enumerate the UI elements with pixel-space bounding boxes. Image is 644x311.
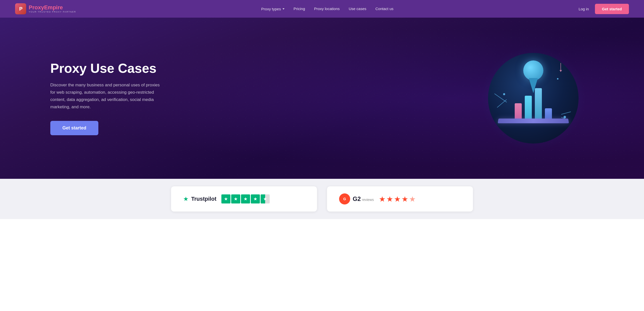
logo[interactable]: P ProxyEmpire YOUR TRUSTED PROXY PARTNER (15, 3, 76, 14)
star-4: ★ (251, 194, 260, 203)
trustpilot-stars: ★ ★ ★ ★ ★ (221, 194, 270, 203)
dot-2 (557, 78, 558, 80)
nav-links: Proxy types Pricing Proxy locations Use … (261, 7, 393, 11)
dot-3 (564, 116, 566, 118)
hero-description: Discover the many business and personal … (50, 82, 161, 111)
brand-tagline: YOUR TRUSTED PROXY PARTNER (29, 11, 76, 13)
star-3: ★ (241, 194, 250, 203)
g2-logo-icon: G (339, 193, 350, 204)
trustpilot-name: Trustpilot (191, 196, 216, 202)
g2-star-3: ★ (394, 195, 401, 203)
logo-icon: P (15, 3, 26, 14)
nav-proxy-types[interactable]: Proxy types (261, 7, 284, 11)
star-1: ★ (221, 194, 230, 203)
pin-head (523, 60, 543, 81)
light-line-3 (561, 112, 571, 115)
bar-3 (535, 88, 542, 121)
hero-illustration (473, 38, 594, 159)
trustpilot-card: ★ Trustpilot ★ ★ ★ ★ ★ (171, 186, 317, 212)
g2-logo-area: G G2 reviews (339, 193, 374, 204)
light-line-1 (497, 99, 507, 108)
g2-star-4: ★ (401, 195, 408, 203)
dot-1 (503, 93, 505, 95)
g2-stars: ★ ★ ★ ★ ★ (379, 195, 416, 203)
trustpilot-logo: ★ Trustpilot (183, 195, 216, 202)
brand-name: ProxyEmpire (29, 5, 76, 11)
g2-reviews-label: reviews (362, 198, 374, 202)
star-2: ★ (231, 194, 240, 203)
light-line-4 (494, 93, 507, 102)
g2-label: G2 reviews (353, 195, 374, 202)
platform (498, 119, 569, 123)
arrow-head (559, 70, 562, 72)
g2-star-1: ★ (379, 195, 386, 203)
g2-star-5-half: ★ (409, 195, 416, 203)
nav-right: Log in Get started (579, 4, 629, 14)
navbar: P ProxyEmpire YOUR TRUSTED PROXY PARTNER… (0, 0, 644, 18)
get-started-button-hero[interactable]: Get started (50, 121, 98, 135)
nav-proxy-locations[interactable]: Proxy locations (314, 7, 340, 11)
g2-name: G2 (353, 195, 361, 202)
bar-2 (525, 96, 532, 121)
bar-group (515, 88, 552, 121)
hero-title: Proxy Use Cases (50, 61, 161, 76)
illustration-container (473, 38, 594, 159)
logo-text: ProxyEmpire YOUR TRUSTED PROXY PARTNER (29, 5, 76, 13)
nav-contact-us[interactable]: Contact us (375, 7, 393, 11)
arrow-line (560, 63, 561, 71)
g2-star-2: ★ (386, 195, 393, 203)
chevron-down-icon (283, 8, 285, 10)
nav-pricing[interactable]: Pricing (294, 7, 305, 11)
g2-card: G G2 reviews ★ ★ ★ ★ ★ (327, 186, 473, 212)
bar-1 (515, 103, 522, 121)
trustpilot-star-icon: ★ (183, 195, 189, 202)
hero-section: Proxy Use Cases Discover the many busine… (0, 18, 644, 179)
get-started-button-nav[interactable]: Get started (595, 4, 629, 14)
reviews-section: ★ Trustpilot ★ ★ ★ ★ ★ G G2 reviews ★ ★ … (0, 179, 644, 219)
star-5-half: ★ (261, 194, 270, 203)
login-link[interactable]: Log in (579, 7, 589, 11)
main-circle (488, 53, 579, 144)
hero-content: Proxy Use Cases Discover the many busine… (50, 61, 161, 135)
nav-use-cases[interactable]: Use cases (349, 7, 366, 11)
